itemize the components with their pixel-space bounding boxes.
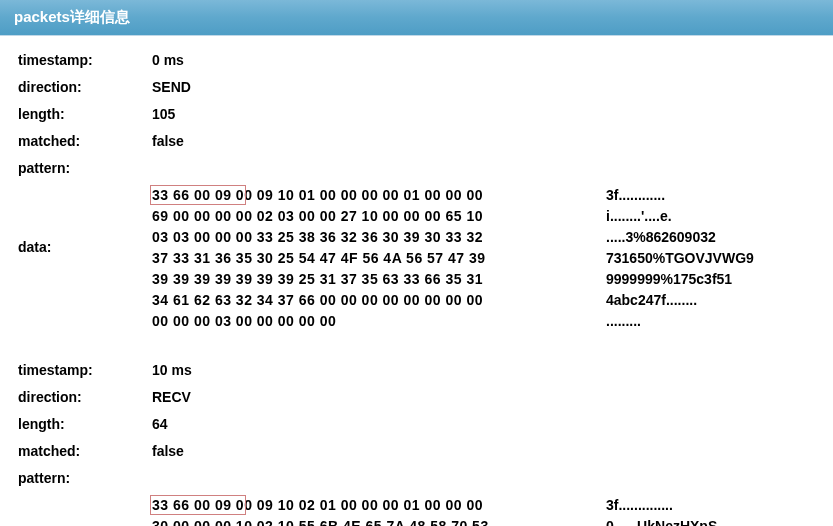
field-row-length: length: 64	[18, 414, 815, 435]
field-row-matched: matched: false	[18, 441, 815, 462]
field-row-timestamp: timestamp: 10 ms	[18, 360, 815, 381]
field-row-data: 33 66 00 09 00 09 10 02 01 00 00 00 01 0…	[18, 495, 815, 526]
label-direction: direction:	[18, 77, 152, 98]
label-data	[18, 495, 152, 503]
value-length: 105	[152, 104, 175, 125]
ascii-line: 3f..............	[606, 495, 717, 516]
hex-line: 37 33 31 36 35 30 25 54 47 4F 56 4A 56 5…	[152, 248, 572, 269]
value-timestamp: 10 ms	[152, 360, 192, 381]
label-length: length:	[18, 414, 152, 435]
hex-line: 33 66 00 09 00 09 10 01 00 00 00 00 01 0…	[152, 185, 572, 206]
ascii-line: i........'....e.	[606, 206, 754, 227]
panel-header: packets详细信息	[0, 0, 833, 36]
ascii-dump: 3f.............. 0......UkNezHXpS	[606, 495, 717, 526]
hex-line: 03 03 00 00 00 33 25 38 36 32 36 30 39 3…	[152, 227, 572, 248]
label-matched: matched:	[18, 131, 152, 152]
packet-block: timestamp: 0 ms direction: SEND length: …	[18, 50, 815, 332]
field-row-matched: matched: false	[18, 131, 815, 152]
ascii-line: 4abc247f........	[606, 290, 754, 311]
ascii-line: .....3%862609032	[606, 227, 754, 248]
panel-title: packets详细信息	[14, 8, 130, 25]
label-timestamp: timestamp:	[18, 360, 152, 381]
value-direction: RECV	[152, 387, 191, 408]
value-matched: false	[152, 131, 184, 152]
field-row-pattern: pattern:	[18, 468, 815, 489]
value-timestamp: 0 ms	[152, 50, 184, 71]
label-matched: matched:	[18, 441, 152, 462]
hex-dump: 33 66 00 09 00 09 10 02 01 00 00 00 01 0…	[152, 495, 572, 526]
packet-block: timestamp: 10 ms direction: RECV length:…	[18, 360, 815, 526]
hex-line: 00 00 00 03 00 00 00 00 00	[152, 311, 572, 332]
hex-line: 34 61 62 63 32 34 37 66 00 00 00 00 00 0…	[152, 290, 572, 311]
hex-line: 33 66 00 09 00 09 10 02 01 00 00 00 01 0…	[152, 495, 572, 516]
label-data: data:	[18, 185, 152, 255]
field-row-pattern: pattern:	[18, 158, 815, 179]
label-length: length:	[18, 104, 152, 125]
value-direction: SEND	[152, 77, 191, 98]
value-matched: false	[152, 441, 184, 462]
ascii-line: 3f............	[606, 185, 754, 206]
field-row-direction: direction: RECV	[18, 387, 815, 408]
field-row-direction: direction: SEND	[18, 77, 815, 98]
hex-line: 69 00 00 00 00 02 03 00 00 27 10 00 00 0…	[152, 206, 572, 227]
label-timestamp: timestamp:	[18, 50, 152, 71]
ascii-line: 0......UkNezHXpS	[606, 516, 717, 526]
field-row-length: length: 105	[18, 104, 815, 125]
hex-line: 39 39 39 39 39 39 39 25 31 37 35 63 33 6…	[152, 269, 572, 290]
hex-dump: 33 66 00 09 00 09 10 01 00 00 00 00 01 0…	[152, 185, 572, 332]
hex-line: 30 00 00 00 10 02 10 55 6B 4E 65 7A 48 5…	[152, 516, 572, 526]
ascii-dump: 3f............ i........'....e. .....3%8…	[606, 185, 754, 332]
field-row-data: data: 33 66 00 09 00 09 10 01 00 00 00 0…	[18, 185, 815, 332]
value-length: 64	[152, 414, 168, 435]
packet-details-content: timestamp: 0 ms direction: SEND length: …	[0, 36, 833, 526]
label-direction: direction:	[18, 387, 152, 408]
label-pattern: pattern:	[18, 158, 152, 179]
label-pattern: pattern:	[18, 468, 152, 489]
ascii-line: 731650%TGOVJVWG9	[606, 248, 754, 269]
ascii-line: 9999999%175c3f51	[606, 269, 754, 290]
field-row-timestamp: timestamp: 0 ms	[18, 50, 815, 71]
ascii-line: .........	[606, 311, 754, 332]
